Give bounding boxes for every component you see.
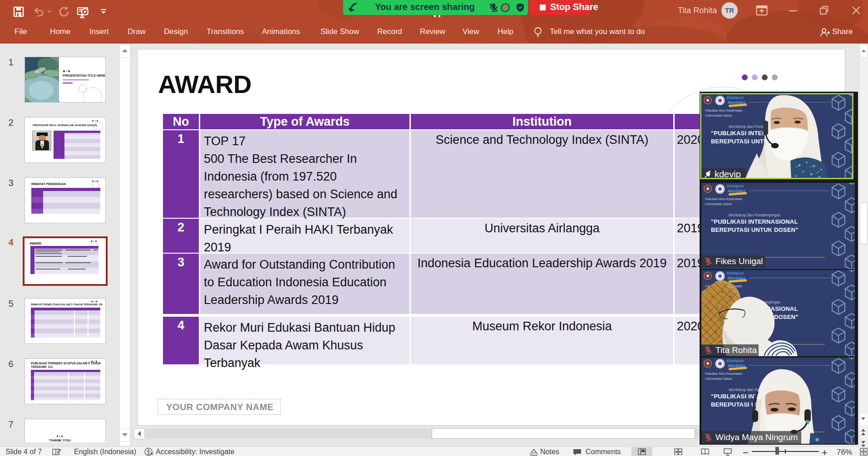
svg-text:Kampus: Kampus — [727, 183, 744, 188]
svg-text:Fakultas Ilmu Kesehatan: Fakultas Ilmu Kesehatan — [705, 197, 743, 201]
svg-text:Workshop dan Pendampingan: Workshop dan Pendampingan — [729, 213, 780, 217]
svg-text:"PUBLIKASI INTERNASIONAL: "PUBLIKASI INTERNASIONAL — [711, 218, 798, 225]
svg-text:BEREPUTASI UNTUK DOSEN": BEREPUTASI UNTUK DOSEN" — [711, 226, 799, 233]
svg-text:Universitas Galuh: Universitas Galuh — [705, 202, 732, 206]
